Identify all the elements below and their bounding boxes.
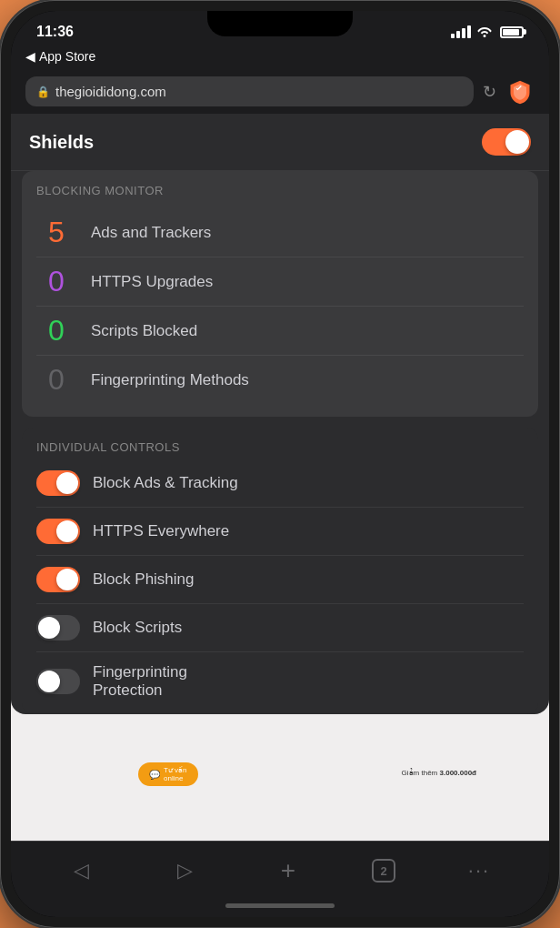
back-button[interactable]: ◀ App Store xyxy=(25,49,95,64)
url-bar[interactable]: 🔒 thegioididong.com ↻ xyxy=(11,69,549,114)
bottom-bar: ◁ ▷ + 2 ··· xyxy=(11,841,549,898)
home-indicator xyxy=(11,898,549,917)
block-ads-label: Block Ads & Tracking xyxy=(93,474,238,492)
reload-button[interactable]: ↻ xyxy=(483,82,496,102)
blocking-row-ads: 5 Ads and Trackers xyxy=(36,208,524,257)
fingerprinting-protection-label: FingerprintingProtection xyxy=(93,663,187,700)
block-scripts-row: Block Scripts xyxy=(36,603,524,651)
blocking-row-fingerprint: 0 Fingerprinting Methods xyxy=(36,355,524,404)
forward-nav-button[interactable]: ▷ xyxy=(165,851,205,891)
block-ads-row: Block Ads & Tracking xyxy=(36,459,524,507)
blocking-monitor-title: Blocking Monitor xyxy=(36,184,524,197)
fingerprinting-protection-row: FingerprintingProtection xyxy=(36,651,524,711)
battery-icon xyxy=(500,26,524,38)
status-time: 11:36 xyxy=(36,24,74,40)
add-tab-button[interactable]: + xyxy=(268,851,308,891)
block-phishing-label: Block Phishing xyxy=(93,570,195,589)
signal-icon xyxy=(451,25,471,38)
phone-screen: 11:36 xyxy=(11,11,549,917)
scripts-label: Scripts Blocked xyxy=(91,322,197,340)
https-everywhere-toggle[interactable] xyxy=(36,519,80,544)
https-label: HTTPS Upgrades xyxy=(91,273,213,291)
https-everywhere-label: HTTPS Everywhere xyxy=(93,522,229,540)
ads-count: 5 xyxy=(36,216,76,249)
menu-button[interactable]: ··· xyxy=(459,851,499,891)
back-label: App Store xyxy=(39,49,95,64)
block-scripts-toggle[interactable] xyxy=(36,615,80,641)
blocking-row-scripts: 0 Scripts Blocked xyxy=(36,306,524,355)
back-nav-button[interactable]: ◁ xyxy=(61,851,101,891)
status-icons xyxy=(451,25,524,40)
home-bar xyxy=(225,903,335,908)
fingerprinting-toggle[interactable] xyxy=(36,669,80,694)
shields-panel: Shields Blocking Monitor 5 Ads and Track… xyxy=(11,114,549,714)
individual-controls-section: Individual Controls Block Ads & Tracking xyxy=(22,428,538,714)
shields-title: Shields xyxy=(29,132,94,153)
phone-frame: 11:36 xyxy=(0,0,560,928)
https-count: 0 xyxy=(36,265,76,298)
tab-count-button[interactable]: 2 xyxy=(372,859,395,883)
blocking-monitor-section: Blocking Monitor 5 Ads and Trackers 0 HT… xyxy=(22,171,538,417)
brave-shield-button[interactable] xyxy=(505,77,535,106)
scripts-count: 0 xyxy=(36,314,76,348)
shields-header: Shields xyxy=(11,114,549,171)
https-everywhere-row: HTTPS Everywhere xyxy=(36,507,524,555)
url-text: thegioididong.com xyxy=(55,84,166,99)
block-ads-toggle[interactable] xyxy=(36,470,80,496)
blocking-row-https: 0 HTTPS Upgrades xyxy=(36,257,524,306)
ads-label: Ads and Trackers xyxy=(91,224,211,242)
individual-controls-title: Individual Controls xyxy=(36,431,524,459)
block-phishing-row: Block Phishing xyxy=(36,555,524,603)
url-field[interactable]: 🔒 thegioididong.com xyxy=(25,76,474,106)
fingerprint-count: 0 xyxy=(36,363,76,397)
wifi-icon xyxy=(476,25,493,40)
block-scripts-label: Block Scripts xyxy=(93,619,182,637)
app-store-nav[interactable]: ◀ App Store xyxy=(11,45,549,69)
shields-toggle[interactable] xyxy=(482,128,531,156)
content-area: Theg Samsung Galaxy... iPhone... Điện t.… xyxy=(11,114,549,841)
block-phishing-toggle[interactable] xyxy=(36,567,80,592)
fingerprint-label: Fingerprinting Methods xyxy=(91,371,249,389)
lock-icon: 🔒 xyxy=(36,86,50,98)
notch xyxy=(207,11,353,36)
